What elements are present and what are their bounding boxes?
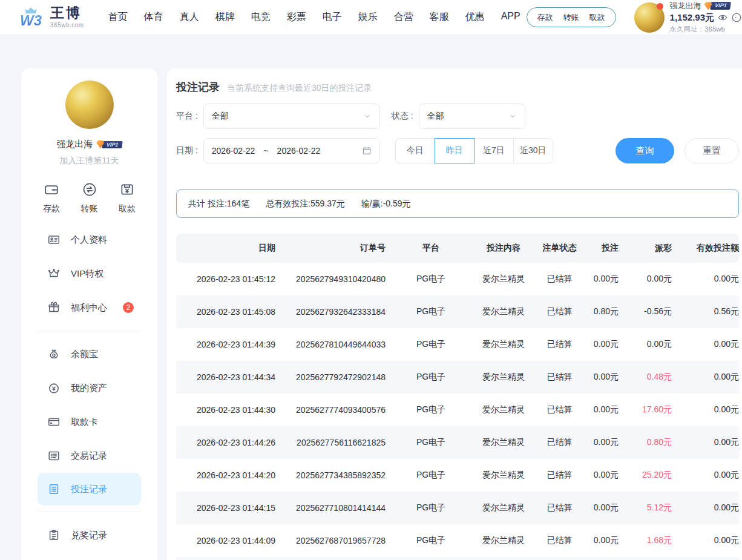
table-cell: 2025627734385892352 xyxy=(275,470,386,480)
wallet-pill-action[interactable]: 取款 xyxy=(589,12,605,23)
profile-username: 强龙出海 xyxy=(56,139,93,150)
table-cell: 0.80元 xyxy=(588,306,619,317)
table-row[interactable]: 2026-02-23 01:44:302025627774093400576PG… xyxy=(176,394,739,426)
sidebar-item[interactable]: 取款卡 xyxy=(21,405,157,439)
table-row[interactable]: 2026-02-23 01:44:152025627710801414144PG… xyxy=(176,492,739,524)
table-cell: 17.60元 xyxy=(619,404,672,415)
search-button[interactable]: 查询 xyxy=(616,138,674,163)
user-info: 强龙出海 VIP1 1,152.93元 永久网址：365wb xyxy=(670,1,742,33)
table-body: 2026-02-23 01:45:122025627949310420480PG… xyxy=(176,263,739,557)
clipboard-icon xyxy=(47,529,61,542)
column-header: 注单状态 xyxy=(531,243,588,254)
table-cell: 已结算 xyxy=(531,535,588,546)
quick-range-button[interactable]: 近7日 xyxy=(474,138,514,163)
table-cell: 爱尔兰精灵 xyxy=(476,372,531,383)
sidebar-item[interactable]: 余额宝 xyxy=(21,337,157,371)
nav-item[interactable]: 客服 xyxy=(430,11,449,24)
table-cell: 0.00元 xyxy=(588,535,619,546)
notification-dot xyxy=(657,3,663,10)
profile-vip-badge: VIP1 xyxy=(96,140,122,149)
table-cell: 已结算 xyxy=(531,404,588,415)
eye-icon[interactable] xyxy=(718,13,727,22)
table-cell: 2026-02-23 01:44:26 xyxy=(176,438,275,447)
withdraw-icon-wrap xyxy=(119,182,135,199)
nav-item[interactable]: 娱乐 xyxy=(358,11,378,24)
quick-action-wallet[interactable]: 存款 xyxy=(43,182,60,214)
summary-item: 共计 投注:164笔 xyxy=(188,199,249,209)
table-header-row: 日期订单号平台投注内容注单状态投注派彩有效投注额 xyxy=(176,234,739,263)
status-select[interactable]: 全部 xyxy=(419,104,525,129)
assets-icon xyxy=(47,381,61,395)
date-separator: ~ xyxy=(263,146,268,156)
table-cell: 2025627932642333184 xyxy=(275,307,386,317)
date-range-input[interactable]: 2026-02-22 ~ 2026-02-22 xyxy=(203,138,380,163)
sidebar: 强龙出海 VIP1 加入王博第11天 存款转账取款 个人资料VIP特权福利中心2… xyxy=(21,68,157,560)
table-row[interactable]: 2026-02-23 01:45:122025627949310420480PG… xyxy=(176,263,739,295)
table-row[interactable]: 2026-02-23 01:44:342025627792472902148PG… xyxy=(176,361,739,394)
quick-action-withdraw[interactable]: 取款 xyxy=(119,182,136,214)
table-row[interactable]: 2026-02-23 01:44:262025627756116621825PG… xyxy=(176,426,739,459)
quick-range-button[interactable]: 昨日 xyxy=(435,138,474,163)
username: 强龙出海 xyxy=(670,1,701,11)
nav-item[interactable]: 优惠 xyxy=(465,11,485,24)
table-row[interactable]: 2026-02-23 01:45:082025627932642333184PG… xyxy=(176,295,739,328)
table-cell: 2025627710801414144 xyxy=(275,503,386,513)
quick-action-transfer[interactable]: 转账 xyxy=(81,182,98,214)
bet-record-icon-wrap xyxy=(47,483,61,496)
notification-badge: 2 xyxy=(123,302,134,313)
crown-icon xyxy=(47,267,61,280)
table-cell: 已结算 xyxy=(531,470,588,481)
chevron-down-icon xyxy=(363,112,372,120)
refresh-icon[interactable] xyxy=(731,12,742,23)
wallet-pill-action[interactable]: 转账 xyxy=(563,12,579,23)
table-cell: 0.00元 xyxy=(619,339,672,350)
sidebar-item[interactable]: VIP特权 xyxy=(21,257,157,291)
quick-range-button[interactable]: 今日 xyxy=(395,138,435,163)
table-cell: 0.00元 xyxy=(588,470,619,481)
site-url[interactable]: 365wb xyxy=(704,25,725,33)
nav-item[interactable]: 体育 xyxy=(144,11,163,24)
sidebar-item[interactable]: 我的资产 xyxy=(21,371,157,405)
table-cell: 0.00元 xyxy=(672,404,739,415)
avatar[interactable] xyxy=(634,2,665,33)
status-filter-label: 状态 : xyxy=(392,111,413,122)
table-cell: 爱尔兰精灵 xyxy=(476,535,531,546)
platform-filter-label: 平台 : xyxy=(176,111,198,122)
sidebar-item[interactable]: 福利中心2 xyxy=(21,291,157,324)
nav-item[interactable]: 电竞 xyxy=(251,11,271,24)
nav-item[interactable]: 首页 xyxy=(108,11,128,24)
quick-range-button[interactable]: 近30日 xyxy=(513,138,553,163)
nav-item[interactable]: 棋牌 xyxy=(215,11,235,24)
calendar-icon xyxy=(362,146,372,156)
table-row[interactable]: 2026-02-23 01:44:392025627810449644033PG… xyxy=(176,328,739,361)
sidebar-item[interactable]: 兑奖记录 xyxy=(21,518,157,552)
table-cell: -0.56元 xyxy=(619,306,672,317)
table-cell: 爱尔兰精灵 xyxy=(476,306,531,317)
nav-item[interactable]: 彩票 xyxy=(287,11,306,24)
wallet-pill-action[interactable]: 存款 xyxy=(537,12,553,23)
sidebar-item[interactable]: 个人资料 xyxy=(21,223,157,257)
sidebar-item[interactable]: 交易记录 xyxy=(21,439,157,473)
table-cell: PG电子 xyxy=(386,339,476,350)
sidebar-menu: 个人资料VIP特权福利中心2余额宝我的资产取款卡交易记录投注记录兑奖记录 xyxy=(21,223,157,552)
table-cell: 0.00元 xyxy=(672,437,739,448)
table-row[interactable]: 2026-02-23 01:44:202025627734385892352PG… xyxy=(176,459,739,492)
platform-select[interactable]: 全部 xyxy=(203,104,380,129)
reset-button[interactable]: 重置 xyxy=(685,138,739,163)
table-row[interactable]: 2026-02-23 01:44:092025627687019657728PG… xyxy=(176,524,739,557)
nav-item[interactable]: 合营 xyxy=(394,11,413,24)
joined-days-text: 加入王博第11天 xyxy=(21,156,157,166)
sidebar-item[interactable]: 投注记录 xyxy=(38,473,141,506)
platform-selected-value: 全部 xyxy=(212,111,363,122)
date-from-value: 2026-02-22 xyxy=(212,146,255,156)
nav-item[interactable]: 电子 xyxy=(323,11,342,24)
sidebar-item-label: 余额宝 xyxy=(71,349,98,360)
site-logo[interactable]: W3 王博 365wb.com xyxy=(17,6,84,28)
moneybag-icon xyxy=(47,348,61,361)
nav-item[interactable]: 真人 xyxy=(180,11,199,24)
profile-avatar[interactable] xyxy=(65,81,114,129)
table-cell: 已结算 xyxy=(531,274,588,285)
table-row-partial xyxy=(176,557,739,560)
nav-item[interactable]: APP xyxy=(501,11,520,24)
logo-mark: W3 xyxy=(17,7,45,28)
